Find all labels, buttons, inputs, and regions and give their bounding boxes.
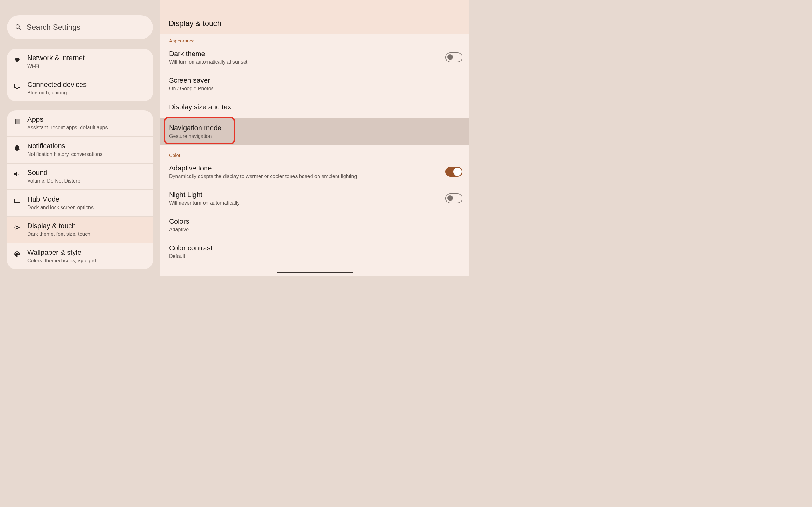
svg-point-4: [14, 120, 16, 122]
display-icon: [13, 224, 21, 231]
settings-sidebar: Search Settings Network & internet Wi-Fi…: [0, 0, 160, 276]
pref-colors[interactable]: Colors Adaptive: [160, 212, 469, 238]
svg-point-6: [18, 120, 20, 122]
sidebar-item-sub: Wi-Fi: [27, 63, 85, 69]
search-icon: [14, 23, 22, 31]
svg-point-1: [14, 118, 16, 120]
sidebar-item-sub: Colors, themed icons, app grid: [27, 258, 96, 264]
sidebar-item-title: Sound: [27, 169, 80, 177]
sidebar-item-sub: Dock and lock screen options: [27, 205, 94, 210]
apps-icon: [13, 117, 21, 125]
gesture-nav-bar[interactable]: [277, 272, 353, 273]
page-title: Display & touch: [168, 19, 221, 28]
content-pane: Display & touch Appearance Dark theme Wi…: [160, 0, 469, 276]
search-settings[interactable]: Search Settings: [7, 15, 153, 39]
svg-rect-10: [14, 199, 20, 203]
sidebar-item-sub: Notification history, conversations: [27, 152, 102, 157]
hub-icon: [13, 197, 21, 205]
bell-icon: [13, 144, 21, 152]
pref-title: Color contrast: [169, 244, 212, 252]
svg-point-7: [14, 122, 16, 124]
switch-divider: [440, 193, 440, 204]
sidebar-item-sub: Dark theme, font size, touch: [27, 231, 90, 237]
pref-sub: On / Google Photos: [169, 86, 214, 92]
section-header-color: Color: [160, 145, 469, 158]
sidebar-item-apps[interactable]: Apps Assistant, recent apps, default app…: [7, 110, 153, 137]
sidebar-item-hub-mode[interactable]: Hub Mode Dock and lock screen options: [7, 190, 153, 217]
pref-title: Screen saver: [169, 76, 214, 84]
section-header-appearance: Appearance: [160, 34, 469, 44]
sidebar-item-title: Connected devices: [27, 80, 87, 89]
sidebar-item-sub: Volume, Do Not Disturb: [27, 178, 80, 184]
pref-sub: Gesture navigation: [169, 133, 221, 139]
svg-point-5: [16, 120, 18, 122]
sidebar-item-wallpaper-style[interactable]: Wallpaper & style Colors, themed icons, …: [7, 243, 153, 269]
sidebar-item-connected-devices[interactable]: Connected devices Bluetooth, pairing: [7, 75, 153, 101]
sidebar-group-1: Apps Assistant, recent apps, default app…: [7, 110, 153, 269]
search-placeholder: Search Settings: [27, 23, 80, 32]
pref-title: Night Light: [169, 191, 240, 199]
sidebar-item-sub: Bluetooth, pairing: [27, 90, 87, 96]
sidebar-item-display-touch[interactable]: Display & touch Dark theme, font size, t…: [7, 217, 153, 243]
pref-title: Display size and text: [169, 103, 233, 111]
sidebar-item-sound[interactable]: Sound Volume, Do Not Disturb: [7, 164, 153, 190]
svg-point-3: [18, 118, 20, 120]
svg-point-9: [18, 122, 20, 124]
pref-sub: Default: [169, 253, 212, 259]
svg-point-8: [16, 122, 18, 124]
sound-icon: [13, 170, 21, 178]
sidebar-item-title: Apps: [27, 115, 107, 124]
night-light-switch[interactable]: [445, 193, 462, 204]
dark-theme-switch[interactable]: [445, 52, 462, 62]
pref-display-size-text[interactable]: Display size and text: [160, 97, 469, 118]
pref-title: Navigation mode: [169, 124, 221, 132]
devices-icon: [13, 82, 21, 90]
pref-color-contrast[interactable]: Color contrast Default: [160, 238, 469, 261]
sidebar-item-title: Wallpaper & style: [27, 248, 96, 257]
pref-sub: Dynamically adapts the display to warmer…: [169, 174, 357, 179]
pref-sub: Will turn on automatically at sunset: [169, 59, 247, 65]
wifi-icon: [13, 56, 21, 63]
sidebar-item-title: Network & internet: [27, 54, 85, 62]
sidebar-item-sub: Assistant, recent apps, default apps: [27, 125, 107, 130]
pref-screen-saver[interactable]: Screen saver On / Google Photos: [160, 71, 469, 97]
pref-sub: Will never turn on automatically: [169, 200, 240, 206]
content-header: Display & touch: [160, 0, 469, 34]
pref-title: Dark theme: [169, 50, 247, 58]
svg-point-2: [16, 118, 18, 120]
sidebar-item-title: Display & touch: [27, 222, 90, 230]
pref-night-light[interactable]: Night Light Will never turn on automatic…: [160, 185, 469, 212]
pref-navigation-mode[interactable]: Navigation mode Gesture navigation: [160, 118, 469, 145]
sidebar-item-network[interactable]: Network & internet Wi-Fi: [7, 49, 153, 75]
pref-adaptive-tone[interactable]: Adaptive tone Dynamically adapts the dis…: [160, 158, 469, 185]
sidebar-item-title: Hub Mode: [27, 195, 94, 204]
palette-icon: [13, 250, 21, 258]
pref-title: Adaptive tone: [169, 164, 357, 172]
pref-dark-theme[interactable]: Dark theme Will turn on automatically at…: [160, 44, 469, 71]
pref-title: Colors: [169, 217, 189, 226]
switch-divider: [440, 52, 440, 63]
sidebar-item-title: Notifications: [27, 142, 102, 150]
adaptive-tone-switch[interactable]: [445, 167, 462, 177]
pref-sub: Adaptive: [169, 227, 189, 233]
sidebar-item-notifications[interactable]: Notifications Notification history, conv…: [7, 137, 153, 164]
sidebar-group-0: Network & internet Wi-Fi Connected devic…: [7, 49, 153, 101]
